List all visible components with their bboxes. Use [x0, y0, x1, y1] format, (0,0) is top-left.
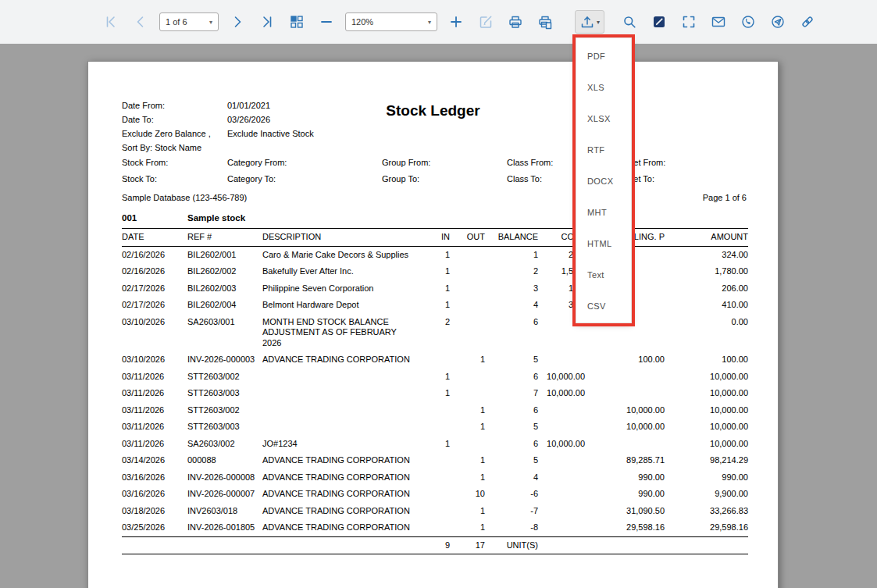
cell-cost — [538, 422, 585, 433]
next-page-button[interactable] — [226, 10, 248, 34]
export-menu-item-html[interactable]: HTML — [576, 228, 631, 259]
cell-out: 1 — [450, 405, 485, 416]
cell-cost — [538, 405, 585, 416]
cell-date: 03/10/2026 — [122, 317, 187, 349]
cell-cost — [538, 455, 585, 466]
cell-cost — [538, 472, 585, 483]
zoom-selector-value: 120% — [351, 17, 373, 27]
cell-ref: BIL2602/002 — [187, 266, 262, 277]
export-button[interactable]: ▾ — [575, 10, 604, 34]
cell-balance: 6 — [485, 405, 538, 416]
group-header-row: 001 Sample stock — [122, 213, 748, 223]
cell-in — [415, 506, 450, 517]
category-to-label: Category To: — [227, 174, 276, 184]
copy-link-button[interactable] — [797, 10, 818, 34]
cell-ref: STT2603/003 — [187, 422, 262, 433]
export-menu-item-text[interactable]: Text — [576, 259, 631, 290]
first-page-icon — [103, 14, 119, 30]
cell-amount: 206.00 — [665, 283, 748, 294]
class-to-label: Class To: — [507, 174, 542, 184]
first-page-button[interactable] — [100, 10, 122, 34]
table-row: 03/10/2026SA2603/001MONTH END STOCK BALA… — [122, 314, 748, 352]
fullscreen-button[interactable] — [678, 10, 700, 34]
preview-area[interactable]: Stock Ledger Date From: 01/01/2021 Date … — [0, 44, 877, 588]
telegram-icon — [770, 14, 786, 30]
cell-date: 03/11/2026 — [122, 422, 187, 433]
export-menu-item-xlsx[interactable]: XLSX — [576, 103, 631, 134]
cell-amount: 10,000.00 — [665, 422, 748, 433]
column-header-date: DATE — [122, 232, 187, 243]
export-menu-item-mht[interactable]: MHT — [576, 197, 631, 228]
export-menu-item-docx[interactable]: DOCX — [576, 166, 631, 197]
cell-date: 03/11/2026 — [122, 372, 187, 383]
edit-button[interactable] — [475, 10, 497, 34]
export-menu-item-pdf[interactable]: PDF — [576, 41, 631, 72]
table-row: 03/25/2026INV-2026-001805ADVANCE TRADING… — [122, 519, 748, 536]
cell-ref: BIL2602/001 — [187, 250, 262, 261]
page-selector[interactable]: 1 of 6 ▾ — [159, 12, 219, 31]
cell-balance: -7 — [485, 506, 538, 517]
cell-cost: 10,000.00 — [538, 439, 585, 450]
cell-description: ADVANCE TRADING CORPORATION — [262, 522, 415, 533]
envelope-icon — [711, 14, 726, 30]
table-row: 02/16/2026BIL2602/001Caro & Marie Cake D… — [122, 247, 748, 264]
table-row: 02/17/2026BIL2602/003Philippine Seven Co… — [122, 280, 748, 298]
cell-ref: BIL2602/004 — [187, 300, 262, 311]
cell-ref: STT2603/003 — [187, 388, 262, 399]
cell-balance: 5 — [485, 455, 538, 466]
last-page-button[interactable] — [256, 10, 278, 34]
cell-selling-price: 10,000.00 — [585, 405, 665, 416]
group-code: 001 — [122, 213, 187, 223]
export-menu-item-xls[interactable]: XLS — [576, 72, 631, 103]
group-from-label: Group From: — [382, 158, 430, 167]
printer-page-icon — [537, 14, 553, 30]
zoom-selector[interactable]: 120% ▾ — [345, 12, 437, 31]
cell-balance: -6 — [485, 489, 538, 500]
cell-in: 1 — [415, 439, 450, 450]
group-to-label: Group To: — [382, 174, 419, 184]
date-to-label: Date To: — [122, 115, 154, 124]
cell-out — [450, 250, 485, 261]
cell-date: 02/16/2026 — [122, 266, 187, 277]
email-button[interactable] — [708, 10, 729, 34]
table-row: 03/14/2026000088ADVANCE TRADING CORPORAT… — [122, 452, 748, 469]
telegram-button[interactable] — [767, 10, 789, 34]
cell-in: 1 — [415, 300, 450, 311]
whatsapp-button[interactable] — [737, 10, 759, 34]
database-label: Sample Database (123-456-789) — [122, 193, 247, 202]
cell-description: Caro & Marie Cake Decors & Supplies — [262, 250, 415, 261]
export-icon — [579, 14, 595, 30]
cell-description: MONTH END STOCK BALANCE ADJUSTMENT AS OF… — [262, 317, 415, 349]
cell-description: ADVANCE TRADING CORPORATION — [262, 355, 415, 365]
zoom-out-button[interactable] — [316, 10, 337, 34]
multipage-view-button[interactable] — [286, 10, 308, 34]
cell-cost — [538, 522, 585, 533]
link-icon — [800, 14, 815, 30]
cell-in: 1 — [415, 283, 450, 294]
cell-selling-price: 100.00 — [585, 355, 665, 365]
printer-icon — [508, 14, 523, 30]
search-button[interactable] — [619, 10, 640, 34]
cell-out — [450, 372, 485, 383]
document-edit-button[interactable] — [648, 10, 670, 34]
cell-out — [450, 283, 485, 294]
table-row: 02/17/2026BIL2602/004Belmont Hardware De… — [122, 297, 748, 314]
export-menu-item-csv[interactable]: CSV — [576, 290, 631, 322]
cell-out — [450, 439, 485, 450]
cell-date: 02/16/2026 — [122, 250, 187, 261]
export-menu-item-rtf[interactable]: RTF — [576, 134, 631, 166]
column-header-out: OUT — [450, 232, 485, 243]
cell-description: JO#1234 — [262, 439, 415, 450]
table-row: 02/16/2026BIL2602/002Bakefully Ever Afte… — [122, 263, 748, 280]
zoom-in-button[interactable] — [445, 10, 467, 34]
cell-out: 1 — [450, 455, 485, 466]
cell-date: 03/16/2026 — [122, 472, 187, 483]
cell-description — [262, 422, 415, 433]
previous-page-button[interactable] — [130, 10, 152, 34]
print-page-button[interactable] — [534, 10, 556, 34]
cell-date: 03/10/2026 — [122, 355, 187, 365]
print-button[interactable] — [504, 10, 526, 34]
group-name: Sample stock — [187, 213, 748, 223]
date-from-label: Date From: — [122, 101, 165, 110]
fullscreen-icon — [681, 14, 697, 30]
